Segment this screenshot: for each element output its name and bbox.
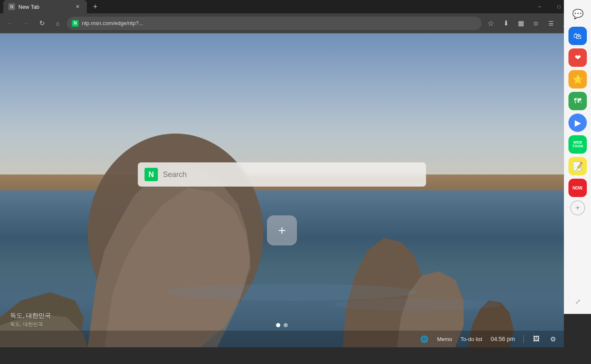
- nav-bar: ← → ↻ ⌂ N ntp.msn.com/edge/ntp?... ☆ ⬇ ▦…: [0, 13, 591, 33]
- bottom-bar: 🌐 Memo To-do list 04:56 pm 🖼 ⚙: [0, 331, 564, 347]
- todo-button[interactable]: To-do list: [461, 336, 482, 342]
- naver-logo: N: [145, 168, 158, 181]
- sidebar-item-now[interactable]: NOW.: [568, 179, 587, 197]
- back-button[interactable]: ←: [3, 17, 17, 30]
- sidebar-item-shopping[interactable]: 🛍: [568, 27, 587, 45]
- new-tab-button[interactable]: +: [89, 0, 102, 13]
- tab-container: N New Tab ✕ +: [3, 0, 527, 15]
- minimize-button[interactable]: −: [530, 0, 549, 13]
- background-scene: [0, 33, 564, 347]
- memo-button[interactable]: Memo: [437, 336, 452, 342]
- address-text: ntp.msn.com/edge/ntp?...: [82, 20, 477, 26]
- sidebar-toggle[interactable]: ☰: [544, 17, 558, 30]
- sidebar-add-button[interactable]: +: [570, 200, 585, 215]
- tab-label: New Tab: [18, 4, 39, 10]
- sidebar-item-star[interactable]: ⭐: [568, 70, 587, 88]
- sidebar-item-chat[interactable]: 💬: [568, 5, 587, 23]
- sidebar-item-webtoon[interactable]: WEB TOON: [568, 135, 587, 154]
- settings-icon[interactable]: ⚙: [549, 335, 557, 343]
- add-shortcut-button[interactable]: +: [267, 215, 297, 245]
- sidebar-item-heart[interactable]: ❤: [568, 48, 587, 67]
- right-sidebar: 💬 🛍 ❤ ⭐ 🗺 ▶ WEB TOON 📝 NOW. + ⤢: [564, 0, 591, 314]
- tab-close-button[interactable]: ✕: [74, 3, 82, 11]
- downloads-button[interactable]: ⬇: [499, 17, 512, 30]
- photo-credit-main: 독도, 대한민국: [10, 311, 51, 321]
- search-container: N: [138, 162, 426, 187]
- now-label: NOW.: [573, 186, 583, 190]
- search-bar[interactable]: N: [138, 162, 426, 187]
- pagination-dots: [276, 323, 288, 327]
- main-layout: N + 독도, 대한민국 독도, 대한민국 🌐 Memo To-do list: [0, 33, 591, 347]
- sidebar-item-play[interactable]: ▶: [568, 114, 587, 132]
- todo-label: To-do list: [461, 336, 482, 342]
- svg-point-9: [334, 298, 501, 311]
- home-button[interactable]: ⌂: [51, 17, 64, 30]
- memo-label: Memo: [437, 336, 452, 342]
- content-area: N + 독도, 대한민국 독도, 대한민국 🌐 Memo To-do list: [0, 33, 564, 347]
- photo-credit-sub: 독도, 대한민국: [10, 321, 51, 329]
- refresh-button[interactable]: ↻: [35, 17, 48, 30]
- time-display: 04:56 pm: [491, 336, 515, 342]
- sidebar-external-button[interactable]: ⤢: [570, 294, 585, 309]
- rocks-svg: [0, 33, 564, 347]
- add-icon: +: [278, 223, 286, 238]
- address-favicon: N: [72, 20, 79, 27]
- screenshot-button[interactable]: ⊙: [529, 17, 543, 30]
- dot-1[interactable]: [276, 323, 280, 327]
- sidebar-add-icon: +: [575, 203, 580, 213]
- title-bar: N New Tab ✕ + − □ ✕: [0, 0, 591, 13]
- wallpaper-icon[interactable]: 🖼: [532, 335, 540, 343]
- photo-credit: 독도, 대한민국 독도, 대한민국: [10, 311, 51, 329]
- dot-2[interactable]: [284, 323, 288, 327]
- active-tab[interactable]: N New Tab ✕: [3, 0, 87, 13]
- forward-button[interactable]: →: [19, 17, 33, 30]
- sidebar-item-notes[interactable]: 📝: [568, 157, 587, 175]
- tab-favicon: N: [8, 3, 15, 10]
- address-bar[interactable]: N ntp.msn.com/edge/ntp?...: [67, 17, 482, 30]
- favorites-button[interactable]: ☆: [484, 17, 497, 30]
- globe-icon[interactable]: 🌐: [420, 335, 429, 343]
- search-input[interactable]: [163, 170, 419, 179]
- divider: [523, 335, 524, 343]
- collections-button[interactable]: ▦: [514, 17, 528, 30]
- sidebar-item-map[interactable]: 🗺: [568, 92, 587, 110]
- svg-point-8: [167, 284, 418, 301]
